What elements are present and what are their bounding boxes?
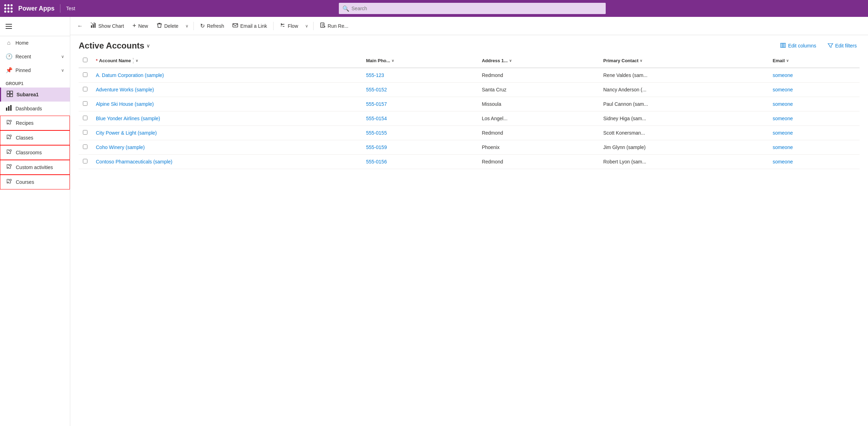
row-main-phone[interactable]: 555-0159 xyxy=(362,140,478,155)
select-all-checkbox[interactable] xyxy=(83,58,87,62)
account-name-sort-arrows[interactable]: ↑↓ xyxy=(132,57,134,64)
show-chart-button[interactable]: Show Chart xyxy=(87,20,127,32)
row-checkbox[interactable] xyxy=(83,159,87,163)
run-report-button[interactable]: Run Re... xyxy=(316,20,352,32)
email-link-button[interactable]: Email a Link xyxy=(229,20,270,32)
row-main-phone[interactable]: 555-0155 xyxy=(362,126,478,140)
row-checkbox-cell xyxy=(79,140,92,155)
row-checkbox[interactable] xyxy=(83,72,87,77)
svg-rect-10 xyxy=(233,24,238,27)
header-email[interactable]: Email ∨ xyxy=(768,53,860,68)
row-main-phone[interactable]: 555-123 xyxy=(362,68,478,83)
hamburger-menu[interactable] xyxy=(0,20,70,33)
primary-contact-col-chevron[interactable]: ∨ xyxy=(640,59,642,63)
flow-chevron-button[interactable]: ∨ xyxy=(303,21,310,31)
row-account-name[interactable]: City Power & Light (sample) xyxy=(92,126,362,140)
row-checkbox[interactable] xyxy=(83,144,87,149)
row-account-name[interactable]: Alpine Ski House (sample) xyxy=(92,97,362,111)
address-col-chevron[interactable]: ∨ xyxy=(509,59,512,63)
email-col-chevron[interactable]: ∨ xyxy=(786,59,789,63)
sidebar-item-courses[interactable]: Courses xyxy=(0,175,70,189)
sidebar-item-subarea1[interactable]: Subarea1 xyxy=(0,88,70,102)
delete-button[interactable]: Delete xyxy=(153,20,182,32)
row-primary-contact: Jim Glynn (sample) xyxy=(599,140,768,155)
sidebar-item-recent[interactable]: 🕐 Recent ∨ xyxy=(0,50,70,63)
row-primary-contact: Nancy Anderson (... xyxy=(599,83,768,97)
search-icon: 🔍 xyxy=(342,5,349,12)
svg-rect-12 xyxy=(781,43,782,47)
row-primary-contact: Paul Cannon (sam... xyxy=(599,97,768,111)
toolbar-separator-3 xyxy=(313,22,314,30)
table-row: Alpine Ski House (sample) 555-0157 Misso… xyxy=(79,97,860,111)
sidebar-item-dashboards[interactable]: Dashboards xyxy=(0,102,70,116)
row-main-phone[interactable]: 555-0156 xyxy=(362,155,478,169)
row-address: Redmond xyxy=(478,155,599,169)
row-account-name[interactable]: Contoso Pharmaceuticals (sample) xyxy=(92,155,362,169)
page-title-group: Active Accounts ∨ xyxy=(79,41,150,51)
header-address[interactable]: Address 1... ∨ xyxy=(478,53,599,68)
sidebar-item-home-label: Home xyxy=(15,40,28,46)
row-email[interactable]: someone xyxy=(768,155,860,169)
page-actions: Edit columns Edit filters xyxy=(777,41,860,51)
sidebar-item-classes[interactable]: Classes xyxy=(0,130,70,145)
back-button[interactable]: ← xyxy=(74,21,86,31)
header-account-name[interactable]: * Account Name ↑↓ ∨ xyxy=(92,53,362,68)
edit-filters-button[interactable]: Edit filters xyxy=(825,41,860,51)
row-email[interactable]: someone xyxy=(768,126,860,140)
row-main-phone[interactable]: 555-0152 xyxy=(362,83,478,97)
clock-icon: 🕐 xyxy=(6,53,12,60)
delete-icon xyxy=(157,22,162,30)
row-main-phone[interactable]: 555-0154 xyxy=(362,111,478,126)
new-button[interactable]: + New xyxy=(129,20,152,32)
table-row: Contoso Pharmaceuticals (sample) 555-015… xyxy=(79,155,860,169)
account-name-col-chevron[interactable]: ∨ xyxy=(136,59,138,63)
sidebar-item-recent-label: Recent xyxy=(15,54,31,59)
row-checkbox[interactable] xyxy=(83,116,87,120)
pin-icon: 📌 xyxy=(6,67,12,73)
row-account-name[interactable]: Blue Yonder Airlines (sample) xyxy=(92,111,362,126)
row-email[interactable]: someone xyxy=(768,68,860,83)
header-primary-contact[interactable]: Primary Contact ∨ xyxy=(599,53,768,68)
row-main-phone[interactable]: 555-0157 xyxy=(362,97,478,111)
search-input[interactable] xyxy=(339,3,606,14)
sidebar-item-subarea1-label: Subarea1 xyxy=(17,92,39,97)
run-report-label: Run Re... xyxy=(328,23,348,29)
sidebar-item-classrooms[interactable]: Classrooms xyxy=(0,145,70,160)
row-email[interactable]: someone xyxy=(768,111,860,126)
row-address: Redmond xyxy=(478,126,599,140)
row-account-name[interactable]: Adventure Works (sample) xyxy=(92,83,362,97)
header-main-phone[interactable]: Main Pho... ∨ xyxy=(362,53,478,68)
refresh-button[interactable]: ↻ Refresh xyxy=(197,20,228,31)
page-title-chevron-icon[interactable]: ∨ xyxy=(146,43,150,49)
row-checkbox-cell xyxy=(79,111,92,126)
edit-columns-label: Edit columns xyxy=(788,43,816,49)
flow-icon xyxy=(280,22,285,30)
sidebar-item-recipes[interactable]: Recipes xyxy=(0,116,70,130)
row-account-name[interactable]: Coho Winery (sample) xyxy=(92,140,362,155)
table-row: A. Datum Corporation (sample) 555-123 Re… xyxy=(79,68,860,83)
svg-rect-13 xyxy=(782,43,784,47)
row-checkbox[interactable] xyxy=(83,130,87,135)
row-email[interactable]: someone xyxy=(768,83,860,97)
waffle-menu[interactable] xyxy=(4,4,13,13)
sidebar-item-pinned[interactable]: 📌 Pinned ∨ xyxy=(0,63,70,77)
sidebar-item-custom-activities-label: Custom activities xyxy=(16,164,53,170)
sidebar-item-home[interactable]: ⌂ Home xyxy=(0,36,70,50)
row-checkbox[interactable] xyxy=(83,101,87,106)
row-checkbox-cell xyxy=(79,83,92,97)
main-phone-col-chevron[interactable]: ∨ xyxy=(392,59,394,63)
delete-chevron-button[interactable]: ∨ xyxy=(183,21,191,31)
account-name-col-label: Account Name xyxy=(99,58,131,63)
row-address: Los Angel... xyxy=(478,111,599,126)
flow-button[interactable]: Flow xyxy=(276,20,302,32)
main-content: ← Show Chart + New xyxy=(70,17,868,426)
edit-columns-icon xyxy=(780,43,786,49)
row-email[interactable]: someone xyxy=(768,97,860,111)
row-account-name[interactable]: A. Datum Corporation (sample) xyxy=(92,68,362,83)
app-name: Test xyxy=(66,6,75,11)
email-sort: Email ∨ xyxy=(772,58,789,63)
row-email[interactable]: someone xyxy=(768,140,860,155)
row-checkbox[interactable] xyxy=(83,87,87,91)
sidebar-item-custom-activities[interactable]: Custom activities xyxy=(0,160,70,175)
edit-columns-button[interactable]: Edit columns xyxy=(777,41,819,51)
